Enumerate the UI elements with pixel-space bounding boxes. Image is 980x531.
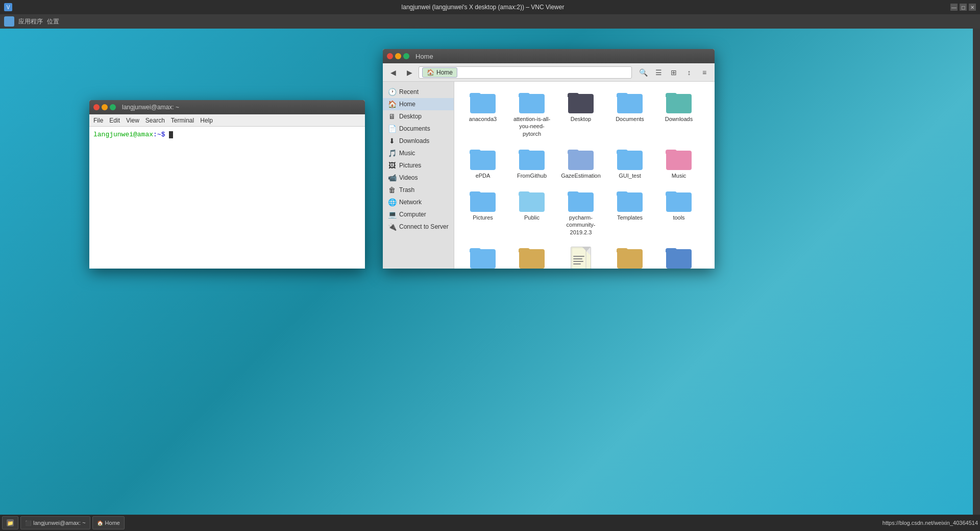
linux-app-menu[interactable]: 应用程序 [18,17,43,26]
terminal-task-label: langjunwei@amax: ~ [33,520,86,526]
fm-home-breadcrumb[interactable]: 🏠 Home [422,67,457,78]
linux-desktop: 应用程序 位置 langjunwei@amax: ~ File Edit Vie… [0,14,980,531]
fm-location-bar: 🏠 Home [419,66,632,79]
sidebar-label-recent: Recent [399,88,419,95]
file-label-pycharm: pycharm-community-2019.2.3 [560,214,601,236]
svg-rect-5 [573,263,581,264]
terminal-body[interactable]: langjunwei@amax:~$ [89,127,365,269]
sidebar-item-pictures[interactable]: 🖼 Pictures [383,159,454,172]
filemanager-window: Home ◀ ▶ 🏠 Home 🔍 ☰ ⊞ ↕ ≡ [383,49,715,269]
fm-zoom-button[interactable]: ↕ [682,66,696,79]
file-item-anaconda3[interactable]: anaconda3 [460,88,505,140]
vnc-restore-button[interactable]: ◻ [960,4,967,11]
taskbar-url-text: https://blog.csdn.net/weixin_40364514 [883,520,978,526]
vnc-close-button[interactable]: ✕ [969,4,976,11]
pictures-icon: 🖼 [388,161,396,170]
svg-marker-1 [586,248,590,252]
trash-icon: 🗑 [388,186,396,194]
music-icon: 🎵 [388,149,396,157]
file-item-gazeestimation[interactable]: GazeEstimation [558,144,603,182]
terminal-menu-view[interactable]: View [126,117,139,124]
file-item-pycharm[interactable]: pycharm-community-2019.2.3 [558,186,603,239]
desktop-icon: 🖥 [388,112,396,120]
terminal-window: langjunwei@amax: ~ File Edit View Search… [89,100,365,269]
vnc-minimize-button[interactable]: — [950,4,958,11]
fm-menu-button[interactable]: ≡ [697,66,712,79]
sidebar-item-connect-server[interactable]: 🔌 Connect to Server [383,221,454,233]
file-item-music[interactable]: Music [656,144,701,182]
linux-app-icon [4,16,14,27]
sidebar-item-trash[interactable]: 🗑 Trash [383,184,454,196]
sidebar-item-computer[interactable]: 💻 Computer [383,208,454,221]
sidebar-item-videos[interactable]: 📹 Videos [383,172,454,184]
fm-titlebar: Home [383,49,715,63]
file-item-anaconda-script[interactable]: Anaconda3-2019.10-Linux-x86_64.sh [558,243,603,269]
taskbar-item-terminal[interactable]: ⬛ langjunwei@amax: ~ [20,516,90,529]
fm-list-view-button[interactable]: ☰ [651,66,666,79]
fm-location-label: Home [436,69,453,76]
terminal-menu-help[interactable]: Help [200,117,213,124]
sidebar-item-recent[interactable]: 🕐 Recent [383,86,454,98]
file-item-tools[interactable]: tools [656,186,701,239]
file-item-documents[interactable]: Documents [607,88,652,140]
fm-search-button[interactable]: 🔍 [636,66,650,79]
vnc-scrollbar[interactable] [973,14,980,531]
terminal-menu-search[interactable]: Search [145,117,165,124]
file-label-documents: Documents [616,115,644,123]
sidebar-item-home[interactable]: 🏠 Home [383,98,454,110]
file-label-anaconda3: anaconda3 [469,115,497,123]
file-item-videos[interactable]: Videos [460,243,505,269]
file-item-attention[interactable]: attention-is-all-you-need-pytorch [509,88,554,140]
file-label-gazeestimation: GazeEstimation [561,172,601,179]
home-sidebar-icon: 🏠 [388,100,396,108]
sidebar-item-music[interactable]: 🎵 Music [383,147,454,159]
home-icon: 🏠 [427,69,434,76]
recent-icon: 🕐 [388,88,396,96]
file-item-pictures[interactable]: Pictures [460,186,505,239]
taskbar-item-home[interactable]: 🏠 Home [92,516,125,529]
file-item-public[interactable]: Public [509,186,554,239]
file-item-templates[interactable]: Templates [607,186,652,239]
network-icon: 🌐 [388,198,396,206]
terminal-maximize-dot[interactable] [110,104,116,110]
linux-taskbar: 📁 ⬛ langjunwei@amax: ~ 🏠 Home https://bl… [0,515,980,531]
file-item-shili[interactable]: 示例 [656,243,701,269]
terminal-menu-file[interactable]: File [93,117,103,124]
sidebar-item-documents[interactable]: 📄 Documents [383,123,454,135]
fm-maximize-dot[interactable] [403,53,409,59]
linux-topbar: 应用程序 位置 [0,14,980,29]
file-item-weatherforecasting[interactable]: WeatherForecasting [509,243,554,269]
taskbar-item-files[interactable]: 📁 [2,516,18,529]
sidebar-item-network[interactable]: 🌐 Network [383,196,454,208]
file-label-attention: attention-is-all-you-need-pytorch [511,115,552,137]
fm-back-button[interactable]: ◀ [386,66,400,79]
taskbar-url: https://blog.csdn.net/weixin_40364514 [883,520,978,526]
file-item-downloads[interactable]: Downloads [656,88,701,140]
linux-places-menu[interactable]: 位置 [47,17,59,26]
file-item-chrome-deb[interactable]: google-chrome-stable_current_amd64.deb [607,243,652,269]
terminal-minimize-dot[interactable] [102,104,108,110]
sidebar-item-desktop[interactable]: 🖥 Desktop [383,110,454,123]
file-label-guitest: GUI_test [619,172,641,179]
file-item-guitest[interactable]: GUI_test [607,144,652,182]
file-label-fromgithub: FromGithub [517,172,547,179]
terminal-prompt-user: langjunwei@amax [93,131,153,138]
file-item-epda[interactable]: ePDA [460,144,505,182]
fm-close-dot[interactable] [387,53,393,59]
terminal-close-dot[interactable] [93,104,100,110]
file-label-pictures: Pictures [473,214,493,221]
terminal-menu-edit[interactable]: Edit [109,117,120,124]
home-task-label: Home [105,520,120,526]
fm-toolbar-right: 🔍 ☰ ⊞ ↕ ≡ [636,66,712,79]
file-item-fromgithub[interactable]: FromGithub [509,144,554,182]
file-label-music: Music [672,172,687,179]
file-item-desktop[interactable]: Desktop [558,88,603,140]
connect-server-icon: 🔌 [388,223,396,231]
fm-forward-button[interactable]: ▶ [402,66,416,79]
sidebar-item-downloads[interactable]: ⬇ Downloads [383,135,454,147]
fm-grid-view-button[interactable]: ⊞ [667,66,681,79]
sidebar-label-music: Music [399,150,415,157]
fm-minimize-dot[interactable] [395,53,401,59]
file-label-downloads: Downloads [665,115,693,123]
terminal-menu-terminal[interactable]: Terminal [171,117,194,124]
